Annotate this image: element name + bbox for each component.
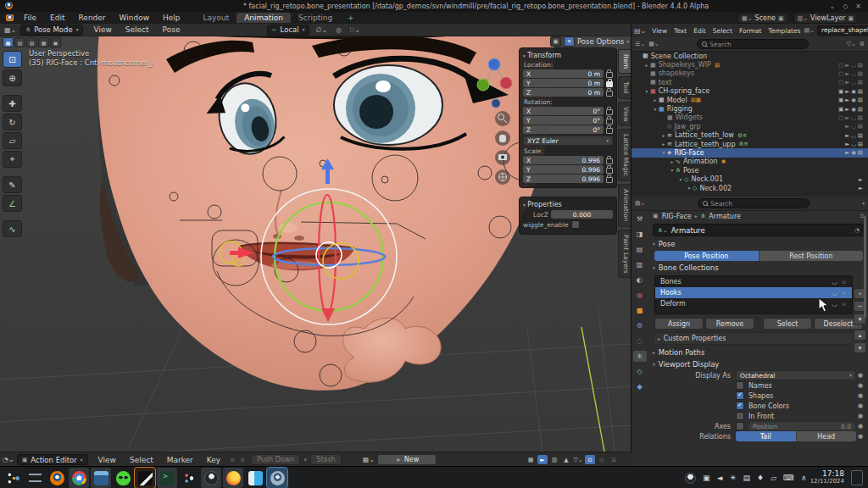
breadcrumb-data[interactable]: Armature bbox=[709, 213, 741, 220]
outliner-item-label[interactable]: Lattice_teeth_low bbox=[675, 131, 734, 139]
keyboard-tray-icon[interactable]: ⌨ bbox=[783, 474, 794, 482]
brightness-tray-icon[interactable]: ☀ bbox=[729, 474, 736, 482]
sidebar-tab[interactable]: View bbox=[618, 102, 631, 127]
expander-icon[interactable]: ▾ bbox=[660, 150, 667, 155]
snap-icon[interactable]: ⊙ bbox=[585, 455, 595, 464]
viewport-menu-item[interactable]: Select bbox=[119, 25, 156, 34]
lock-icon[interactable] bbox=[606, 72, 613, 78]
expander-icon[interactable]: ▾ bbox=[652, 107, 659, 112]
new-viewlayer-icon[interactable]: ▣ bbox=[848, 15, 854, 22]
dopesheet-menu-item[interactable]: View bbox=[92, 456, 123, 464]
taskbar-app-button[interactable] bbox=[223, 468, 243, 488]
properties-options-icon[interactable]: ▾ bbox=[862, 201, 865, 206]
properties-tab-icon[interactable]: ◇ bbox=[633, 366, 647, 377]
properties-search-input[interactable]: Search bbox=[698, 198, 810, 208]
move-up-button[interactable]: ▴ bbox=[854, 330, 866, 341]
collection-visibility-icon[interactable]: ◡ bbox=[832, 290, 837, 297]
dopesheet-menu-item[interactable]: Key bbox=[200, 456, 227, 464]
expander-icon[interactable]: ▸ bbox=[669, 159, 676, 164]
outliner-item-label[interactable]: Animation bbox=[683, 158, 718, 165]
outliner-item-label[interactable]: Pose bbox=[683, 167, 699, 175]
proportional-icon[interactable]: ◎ bbox=[597, 455, 607, 464]
dopesheet-menu-item[interactable]: Select bbox=[123, 456, 160, 464]
lock-icon[interactable] bbox=[606, 128, 613, 134]
show-checkbox[interactable] bbox=[736, 412, 744, 420]
microphone-tray-icon[interactable]: ♦ bbox=[757, 474, 764, 482]
obs-tray-icon[interactable] bbox=[685, 473, 696, 484]
outliner-row[interactable]: ▸ ≋ Lattice_teeth_upp ⚙≋ ►◡▤ bbox=[632, 140, 868, 148]
camera-view-button[interactable] bbox=[495, 150, 510, 165]
outliner-item-label[interactable]: RIG-Face bbox=[674, 149, 704, 157]
title-bar[interactable]: * facial_rig_retopo.bone_presentation [/… bbox=[0, 0, 868, 12]
row-toggle-icons[interactable]: ▢►◡▤ bbox=[838, 114, 865, 121]
sidebar-tab[interactable]: Lattice Magic bbox=[618, 129, 631, 181]
errors-filter-icon[interactable]: ▲ bbox=[561, 455, 571, 464]
maximize-icon[interactable]: ◇ bbox=[843, 3, 848, 10]
device-tray-icon[interactable]: ▤ bbox=[743, 474, 751, 482]
taskbar-app-button[interactable] bbox=[267, 468, 287, 488]
outliner-item-label[interactable]: Shapekeys_WIP bbox=[659, 61, 711, 69]
viewport-menu-item[interactable]: View bbox=[86, 25, 118, 34]
armature-datablock[interactable]: ⋔⌄ Armature ◔ bbox=[653, 224, 865, 236]
pose-position-button[interactable]: Pose Position bbox=[654, 251, 759, 261]
taskbar-app-button[interactable] bbox=[69, 468, 89, 488]
outliner-row[interactable]: ▸ ▦ Shapekeys_WIP ▤ ▢►◡▤ bbox=[632, 60, 868, 69]
scene-selector[interactable]: ▦⌄ Scene ▣ bbox=[737, 13, 788, 24]
taskbar-app-button[interactable] bbox=[245, 468, 265, 488]
outliner-row[interactable]: ▾ ◈ RIG-Face ►◉▤ bbox=[632, 148, 868, 157]
remove-button[interactable]: Remove bbox=[705, 318, 754, 330]
annotate-tool[interactable]: ✎ bbox=[3, 176, 22, 193]
properties-tab-icon[interactable]: ⚒ bbox=[633, 214, 647, 225]
layer-next-icon[interactable]: ≡ bbox=[237, 455, 248, 464]
row-toggle-icons[interactable]: ▢►◡▤ bbox=[838, 70, 865, 77]
new-scene-icon[interactable]: ▣ bbox=[778, 15, 784, 22]
lock-icon[interactable] bbox=[606, 158, 613, 164]
expander-icon[interactable]: ▾ bbox=[677, 177, 684, 182]
outliner-row[interactable]: ▦ text ▢►◡▤ bbox=[632, 78, 868, 86]
move-tool[interactable]: ✚ bbox=[3, 95, 22, 112]
properties-tab-icon[interactable]: ◐ bbox=[633, 274, 647, 286]
bone-collection-row[interactable]: Bones ◡ ☆ bbox=[655, 276, 852, 287]
text-datablock-icon[interactable]: ▤⌄ bbox=[804, 27, 815, 34]
only-selected-icon[interactable]: ▦ bbox=[526, 455, 536, 464]
locz-field[interactable]: 0.000 bbox=[551, 210, 613, 219]
pan-button[interactable] bbox=[495, 130, 510, 146]
sidebar-tab[interactable]: Item bbox=[618, 49, 631, 74]
outliner-row[interactable]: ▸ ≋ Lattice_teeth_low ⚙≋ ►◡▤ bbox=[632, 131, 868, 140]
properties-tab-icon[interactable]: ⋔ bbox=[633, 351, 647, 362]
menu-item[interactable]: Render bbox=[72, 14, 113, 22]
outliner-row[interactable]: ▸ ∿ Animation ✱ bbox=[632, 158, 868, 166]
taskbar-app-button[interactable] bbox=[201, 468, 221, 488]
outliner-item-label[interactable]: Jaw_grp bbox=[674, 123, 700, 130]
toggle-icon-2[interactable]: ▧ bbox=[14, 37, 25, 47]
show-checkbox[interactable] bbox=[736, 402, 744, 410]
select-button[interactable]: Select bbox=[763, 318, 812, 330]
row-toggle-icons[interactable]: ► bbox=[859, 185, 865, 191]
keyframe-dot[interactable]: ● bbox=[856, 433, 865, 440]
row-toggle-icons[interactable]: ►◡▤ bbox=[845, 123, 865, 130]
custom-properties-panel[interactable]: ▸ Custom Properties bbox=[653, 332, 865, 345]
workspace-tab[interactable]: Scripting bbox=[291, 13, 340, 23]
rotation-row[interactable]: Y0° bbox=[523, 116, 613, 125]
outliner-item-label[interactable]: text bbox=[659, 79, 672, 86]
expander-icon[interactable]: ▾ bbox=[643, 89, 650, 94]
menu-item[interactable]: File bbox=[17, 14, 43, 22]
taskbar-app-button[interactable] bbox=[157, 468, 177, 488]
location-row[interactable]: Y0 m bbox=[523, 79, 613, 87]
keyframe-dot[interactable]: ● bbox=[856, 402, 865, 409]
show-desktop-button[interactable] bbox=[851, 470, 863, 485]
text-menu-item[interactable]: Format bbox=[736, 27, 765, 35]
cursor-select-icon[interactable]: ► bbox=[537, 455, 548, 464]
outliner-row[interactable]: ▦ Scene Collection bbox=[632, 52, 868, 60]
perspective-button[interactable] bbox=[495, 169, 510, 185]
taskbar-app-button[interactable] bbox=[3, 468, 23, 488]
tray-expand-chevron[interactable]: ∧ bbox=[801, 474, 807, 482]
collection-solo-icon[interactable]: ☆ bbox=[842, 279, 847, 286]
new-action-button[interactable]: ＋ New bbox=[377, 454, 437, 465]
lock-icon[interactable] bbox=[606, 109, 613, 115]
properties-tab-icon[interactable]: ◍ bbox=[633, 290, 647, 301]
outliner-row[interactable]: ▦ Widgets ▢►◡▤ bbox=[632, 114, 868, 122]
taskbar-app-button[interactable] bbox=[47, 468, 67, 488]
properties-tab-icon[interactable]: ◨ bbox=[633, 229, 647, 240]
row-toggle-icons[interactable]: ▢►◡▤ bbox=[838, 62, 865, 69]
